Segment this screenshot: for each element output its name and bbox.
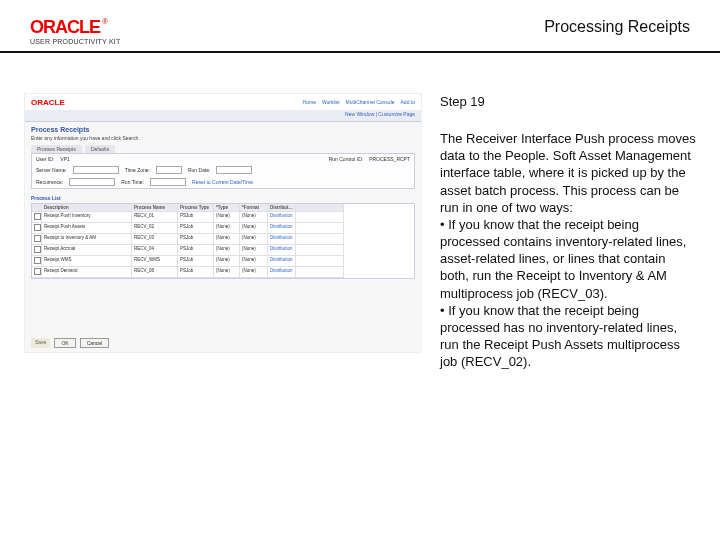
col-type: *Type <box>214 204 240 212</box>
row-type[interactable]: (None) <box>214 212 240 223</box>
row-type[interactable]: (None) <box>214 234 240 245</box>
row-format[interactable]: (None) <box>240 223 268 234</box>
content-row: ORACLE Home Worklist MultiChannel Consol… <box>0 53 720 380</box>
doc-title: Processing Receipts <box>544 18 690 36</box>
logo-subtitle: USER PRODUCTIVITY KIT <box>30 38 120 45</box>
col-desc: Description <box>42 204 132 212</box>
instruction-column: Step 19 The Receiver Interface Push proc… <box>440 93 696 370</box>
table-row: Receipt to Inventory & AMRECV_03PSJob(No… <box>32 234 414 245</box>
shot-footer: Save OK Cancel <box>31 338 109 348</box>
row-dist[interactable]: Distribution <box>268 245 296 256</box>
row-checkbox[interactable] <box>32 245 42 256</box>
row-pad <box>296 256 344 267</box>
tab-defaults[interactable]: Defaults <box>85 145 115 153</box>
body-bullet1: • If you know that the receipt being pro… <box>440 216 696 302</box>
row-name: RECV_02 <box>132 223 178 234</box>
nav-multichannel[interactable]: MultiChannel Console <box>346 99 395 105</box>
table-row: Receipt AccrualRECV_04PSJob(None)(None)D… <box>32 245 414 256</box>
row-dist[interactable]: Distribution <box>268 223 296 234</box>
row-desc: Receipt Push Inventory <box>42 212 132 223</box>
row-type[interactable]: (None) <box>214 223 240 234</box>
row-ptype: PSJob <box>178 212 214 223</box>
row-dist[interactable]: Distribution <box>268 234 296 245</box>
user-label: User ID: <box>36 156 54 162</box>
row-type[interactable]: (None) <box>214 245 240 256</box>
row-ptype: PSJob <box>178 267 214 278</box>
page-header: ORACLE® USER PRODUCTIVITY KIT Processing… <box>0 0 720 53</box>
col-spacer <box>296 204 344 212</box>
timezone-input[interactable] <box>156 166 182 174</box>
row-pad <box>296 223 344 234</box>
cancel-button[interactable]: Cancel <box>80 338 110 348</box>
table-row: Receipt Push AssetsRECV_02PSJob(None)(No… <box>32 223 414 234</box>
nav-worklist[interactable]: Worklist <box>322 99 340 105</box>
body-bullet2: • If you know that the receipt being pro… <box>440 302 696 371</box>
save-button[interactable]: Save <box>31 338 50 348</box>
ok-button[interactable]: OK <box>54 338 75 348</box>
shot-page-title: Process Receipts <box>25 122 421 135</box>
shot-nav: Home Worklist MultiChannel Console Add t… <box>303 99 415 105</box>
row-checkbox[interactable] <box>32 234 42 245</box>
row-name: RECV_08 <box>132 267 178 278</box>
row-format[interactable]: (None) <box>240 212 268 223</box>
reset-link[interactable]: Reset to Current Date/Time <box>192 179 253 185</box>
row-format[interactable]: (None) <box>240 245 268 256</box>
row-dist[interactable]: Distribution <box>268 212 296 223</box>
row-checkbox[interactable] <box>32 256 42 267</box>
runcontrol-value: PROCESS_RCPT <box>369 156 410 162</box>
logo-block: ORACLE® USER PRODUCTIVITY KIT <box>30 18 120 45</box>
row-dist[interactable]: Distribution <box>268 256 296 267</box>
row-format[interactable]: (None) <box>240 267 268 278</box>
nav-home[interactable]: Home <box>303 99 316 105</box>
row-desc: Receipt to Inventory & AM <box>42 234 132 245</box>
row-desc: Receipt Push Assets <box>42 223 132 234</box>
shot-brand: ORACLE <box>31 98 65 107</box>
row-type[interactable]: (None) <box>214 267 240 278</box>
row-checkbox[interactable] <box>32 223 42 234</box>
runtime-label: Run Time: <box>121 179 144 185</box>
timezone-label: Time Zone: <box>125 167 150 173</box>
row-pad <box>296 267 344 278</box>
row-format[interactable]: (None) <box>240 234 268 245</box>
row-name: RECV_04 <box>132 245 178 256</box>
logo-registered: ® <box>102 17 108 26</box>
body-p1: The Receiver Interface Push process move… <box>440 130 696 216</box>
grid-title: Process List <box>25 193 421 201</box>
table-row: Receipt Push InventoryRECV_01PSJob(None)… <box>32 212 414 223</box>
shot-topbar: ORACLE Home Worklist MultiChannel Consol… <box>25 94 421 110</box>
tab-process-receipts[interactable]: Process Receipts <box>31 145 82 153</box>
rundate-label: Run Date: <box>188 167 211 173</box>
row-name: RECV_WMS <box>132 256 178 267</box>
grid-header: Description Process Name Process Type *T… <box>32 204 414 212</box>
col-ptype: Process Type <box>178 204 214 212</box>
shot-page-sub: Enter any information you have and click… <box>25 135 421 145</box>
server-label: Server Name: <box>36 167 67 173</box>
row-dist[interactable]: Distribution <box>268 267 296 278</box>
row-ptype: PSJob <box>178 245 214 256</box>
row-type[interactable]: (None) <box>214 256 240 267</box>
row-desc: Receipt WMS <box>42 256 132 267</box>
user-value: VP1 <box>60 156 69 162</box>
row-checkbox[interactable] <box>32 212 42 223</box>
recurrence-label: Recurrence: <box>36 179 63 185</box>
col-name: Process Name <box>132 204 178 212</box>
shot-subbar: New Window | Customize Page <box>25 110 421 122</box>
col-dist: Distribution <box>268 204 296 212</box>
shot-run-panel: User ID: VP1 Run Control ID: PROCESS_RCP… <box>31 153 415 189</box>
table-row: Receipt WMSRECV_WMSPSJob(None)(None)Dist… <box>32 256 414 267</box>
row-checkbox[interactable] <box>32 267 42 278</box>
rundate-input[interactable] <box>216 166 252 174</box>
row-name: RECV_01 <box>132 212 178 223</box>
row-ptype: PSJob <box>178 234 214 245</box>
row-format[interactable]: (None) <box>240 256 268 267</box>
row-ptype: PSJob <box>178 223 214 234</box>
row-desc: Receipt Accrual <box>42 245 132 256</box>
col-format: *Format <box>240 204 268 212</box>
recurrence-select[interactable] <box>69 178 115 186</box>
shot-tabs: Process Receipts Defaults <box>25 145 421 153</box>
server-select[interactable] <box>73 166 119 174</box>
table-row: Receipt DemandRECV_08PSJob(None)(None)Di… <box>32 267 414 278</box>
logo-text: ORACLE <box>30 17 100 37</box>
nav-addto[interactable]: Add to <box>401 99 415 105</box>
runtime-input[interactable] <box>150 178 186 186</box>
